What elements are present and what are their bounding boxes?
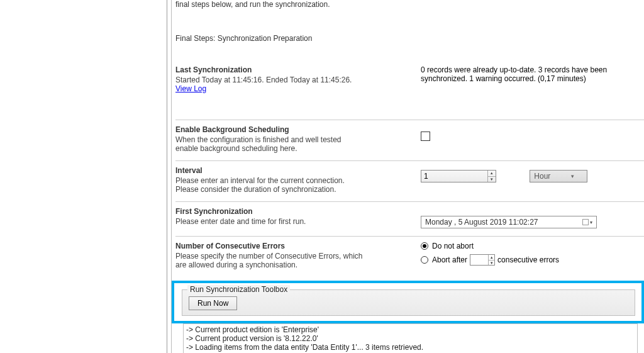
section-bg-schedule: Enable Background Scheduling When the co… [175,120,644,160]
radio-do-not-abort[interactable] [421,242,428,250]
interval-spinner[interactable]: ▲ ▼ [421,170,496,182]
chevron-down-icon[interactable]: ▼ [489,261,494,266]
bg-sched-desc2: enable background scheduling here. [175,144,414,153]
chevron-down-icon: ▾ [590,220,592,225]
radio-abort-after[interactable] [421,256,428,264]
last-sync-heading: Last Synchronization [175,65,414,74]
chevron-down-icon[interactable]: ▼ [488,177,496,182]
view-log-link[interactable]: View Log [175,84,206,93]
log-line: -> Current product version is '8.12.22.0… [186,334,635,343]
first-sync-heading: First Synchronization [175,207,414,216]
bg-sched-desc1: When the configuration is finished and w… [175,135,414,144]
final-steps-label: Final Steps: Synchronization Preparation [175,34,644,43]
interval-desc2: Please consider the duration of synchron… [175,185,414,194]
run-sync-toolbox-group: Run Synchronization Toolbox Run Now [182,289,635,316]
log-line: -> Current product edition is 'Enterpris… [186,325,635,334]
first-sync-date-picker[interactable]: Monday , 5 August 2019 11:02:27 ▾ [421,216,597,228]
chevron-up-icon[interactable]: ▲ [488,171,496,177]
calendar-icon [582,219,589,225]
first-sync-date-value: Monday , 5 August 2019 11:02:27 [425,218,538,227]
last-sync-detail: Started Today at 11:45:16. Ended Today a… [175,76,414,84]
first-sync-desc: Please enter date and time for first run… [175,217,414,226]
section-first-sync: First Synchronization Please enter date … [175,202,644,236]
interval-desc1: Please enter an interval for the current… [175,176,414,185]
log-line: -> Loading items from the data entity 'D… [186,343,635,352]
intro-partial: final steps below, and run the synchroni… [175,0,644,9]
cons-errors-desc1: Please specify the number of Consecutive… [175,252,414,261]
cons-errors-desc2: are allowed during a synchonisation. [175,261,414,269]
section-last-sync: Last Synchronization Started Today at 11… [175,60,644,101]
date-picker-button[interactable]: ▾ [582,219,592,225]
radio-abort-after-prefix: Abort after [432,255,467,264]
radio-abort-after-suffix: consecutive errors [497,255,559,264]
run-now-button[interactable]: Run Now [189,296,237,310]
section-cons-errors: Number of Consecutive Errors Please spec… [175,237,644,277]
bg-sched-heading: Enable Background Scheduling [175,125,414,134]
interval-heading: Interval [175,166,414,175]
spinner-buttons[interactable]: ▲ ▼ [487,171,496,182]
bg-sched-checkbox[interactable] [421,132,430,141]
radio-do-not-abort-label: Do not abort [432,242,474,250]
vertical-divider-1 [167,0,167,353]
toolbox-highlight: Run Synchronization Toolbox Run Now [172,281,644,323]
chevron-up-icon[interactable]: ▲ [489,255,494,261]
abort-count-input[interactable] [470,255,488,265]
spinner-buttons[interactable]: ▲ ▼ [488,255,494,265]
chevron-down-icon: ▾ [558,171,587,182]
last-sync-result: 0 records were already up-to-date. 3 rec… [421,65,628,83]
cons-errors-heading: Number of Consecutive Errors [175,242,414,250]
interval-input[interactable] [421,171,487,182]
interval-unit-value: Hour [530,171,558,182]
log-output[interactable]: -> Current product edition is 'Enterpris… [183,323,638,353]
main-content: final steps below, and run the synchroni… [175,0,644,353]
interval-unit-dropdown[interactable]: Hour ▾ [530,170,587,182]
section-interval: Interval Please enter an interval for th… [175,161,644,201]
toolbox-legend: Run Synchronization Toolbox [187,285,290,294]
abort-count-spinner[interactable]: ▲ ▼ [470,254,495,266]
